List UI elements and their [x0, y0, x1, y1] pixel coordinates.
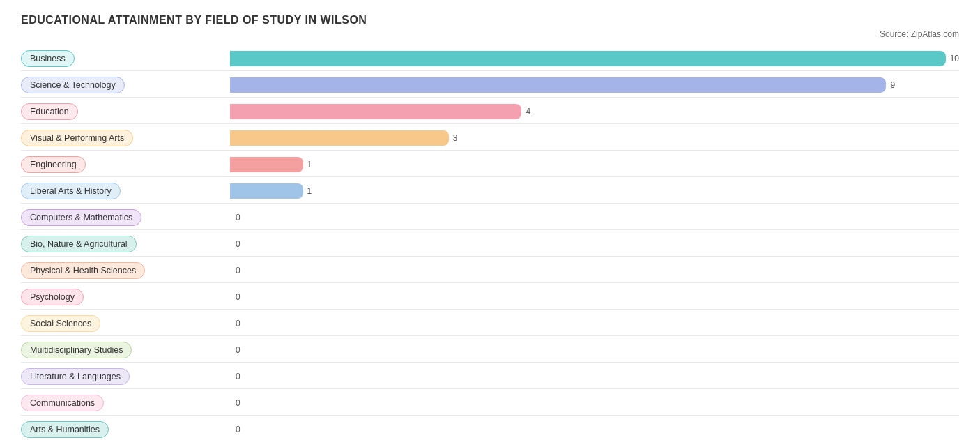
bar-label-wrap: Communications: [21, 395, 230, 411]
source-label: Source: ZipAtlas.com: [21, 29, 959, 39]
bar-label-text: Engineering: [21, 156, 86, 173]
bar-value-label: 0: [236, 398, 240, 408]
bar-label-wrap: Multidisciplinary Studies: [21, 342, 230, 358]
bar-value-label: 0: [236, 319, 240, 328]
bar-value-label: 9: [890, 80, 895, 90]
bar-area: 1: [230, 181, 959, 201]
bar-row: Bio, Nature & Agricultural0: [21, 232, 959, 257]
bar-label-text: Social Sciences: [21, 315, 100, 332]
bar-label-wrap: Bio, Nature & Agricultural: [21, 236, 230, 252]
bar-row: Business10: [21, 46, 959, 71]
bar-fill: [230, 210, 231, 225]
bar-area: 0: [230, 234, 959, 254]
bar-label-wrap: Psychology: [21, 289, 230, 305]
bar-area: 0: [230, 367, 959, 386]
bar-area: 9: [230, 75, 959, 95]
bar-row: Multidisciplinary Studies0: [21, 337, 959, 363]
bar-row: Arts & Humanities0: [21, 417, 959, 440]
bar-label-text: Literature & Languages: [21, 368, 130, 385]
bar-fill: [230, 77, 886, 93]
bar-fill: [230, 289, 231, 305]
bar-area: 0: [230, 314, 959, 333]
bar-label-text: Multidisciplinary Studies: [21, 342, 132, 358]
bar-area: 4: [230, 102, 959, 121]
bar-fill: [230, 395, 231, 411]
bar-label-text: Liberal Arts & History: [21, 183, 121, 199]
bar-label-wrap: Education: [21, 103, 230, 120]
bar-row: Education4: [21, 99, 959, 124]
bar-row: Engineering1: [21, 152, 959, 177]
bar-label-text: Science & Technology: [21, 77, 125, 93]
bar-value-label: 0: [236, 239, 240, 249]
bar-fill: [230, 183, 303, 199]
bar-label-wrap: Liberal Arts & History: [21, 183, 230, 199]
bar-value-label: 1: [307, 160, 312, 169]
bar-fill: [230, 236, 231, 252]
bar-fill: [230, 157, 303, 172]
bar-value-label: 4: [526, 107, 530, 116]
bar-fill: [230, 104, 521, 119]
bar-label-text: Psychology: [21, 289, 84, 305]
bar-row: Computers & Mathematics0: [21, 205, 959, 230]
bar-row: Visual & Performing Arts3: [21, 126, 959, 151]
bar-label-text: Arts & Humanities: [21, 421, 109, 438]
bar-row: Psychology0: [21, 285, 959, 310]
bar-value-label: 0: [236, 345, 240, 355]
bar-area: 3: [230, 128, 959, 148]
bar-row: Physical & Health Sciences0: [21, 258, 959, 283]
bar-label-wrap: Engineering: [21, 156, 230, 173]
bar-value-label: 0: [236, 266, 240, 275]
bar-label-wrap: Physical & Health Sciences: [21, 262, 230, 279]
bar-row: Liberal Arts & History1: [21, 179, 959, 204]
bar-row: Communications0: [21, 390, 959, 416]
bar-fill: [230, 316, 231, 331]
bar-value-label: 1: [307, 186, 312, 196]
bar-fill: [230, 51, 946, 66]
bar-value-label: 0: [236, 292, 240, 302]
bar-label-text: Bio, Nature & Agricultural: [21, 236, 137, 252]
bar-row: Science & Technology9: [21, 73, 959, 98]
bar-value-label: 0: [236, 425, 240, 434]
bar-area: 0: [230, 208, 959, 227]
bar-label-text: Physical & Health Sciences: [21, 262, 145, 279]
bar-label-wrap: Computers & Mathematics: [21, 209, 230, 226]
bar-label-text: Business: [21, 50, 75, 67]
bar-area: 0: [230, 393, 959, 413]
bar-area: 0: [230, 340, 959, 360]
bar-label-text: Visual & Performing Arts: [21, 130, 133, 146]
bar-fill: [230, 342, 231, 358]
bar-label-wrap: Literature & Languages: [21, 368, 230, 385]
bar-value-label: 0: [236, 372, 240, 381]
bar-label-text: Education: [21, 103, 78, 120]
bar-area: 0: [230, 261, 959, 280]
bar-area: 10: [230, 49, 959, 68]
bar-label-wrap: Arts & Humanities: [21, 421, 230, 438]
bar-label-text: Communications: [21, 395, 104, 411]
bar-label-wrap: Business: [21, 50, 230, 67]
bar-fill: [230, 263, 231, 278]
bar-label-text: Computers & Mathematics: [21, 209, 141, 226]
bar-area: 0: [230, 420, 959, 439]
bar-value-label: 0: [236, 213, 240, 222]
chart-title: EDUCATIONAL ATTAINMENT BY FIELD OF STUDY…: [21, 14, 959, 26]
bar-area: 0: [230, 287, 959, 307]
bar-row: Social Sciences0: [21, 311, 959, 336]
bar-label-wrap: Social Sciences: [21, 315, 230, 332]
bar-value-label: 3: [453, 133, 458, 143]
bar-fill: [230, 130, 449, 146]
chart-container: Business10Science & Technology9Education…: [21, 46, 959, 440]
bar-value-label: 10: [950, 54, 959, 63]
bar-label-wrap: Visual & Performing Arts: [21, 130, 230, 146]
bar-fill: [230, 422, 231, 437]
bar-area: 1: [230, 155, 959, 174]
bar-fill: [230, 369, 231, 384]
bar-label-wrap: Science & Technology: [21, 77, 230, 93]
bar-row: Literature & Languages0: [21, 364, 959, 389]
